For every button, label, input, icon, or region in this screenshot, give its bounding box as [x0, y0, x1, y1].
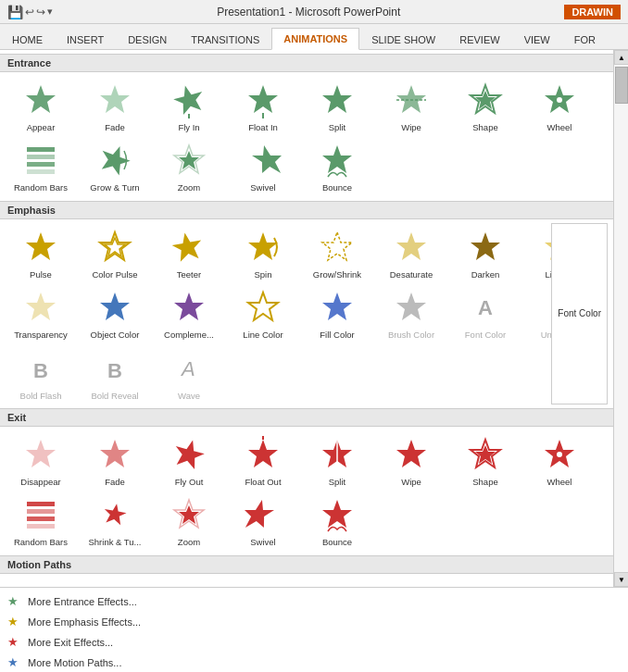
tab-design[interactable]: DESIGN: [116, 29, 179, 50]
boldreveal-icon: B: [94, 348, 135, 389]
svg-rect-57: [27, 509, 55, 514]
anim-disappear[interactable]: Disappear: [4, 430, 78, 491]
tab-view[interactable]: VIEW: [512, 29, 562, 50]
anim-turns[interactable]: Turns: [152, 578, 226, 587]
anim-zoom-entrance[interactable]: Zoom: [152, 136, 226, 196]
anim-bounce-entrance[interactable]: Bounce: [300, 136, 374, 196]
svg-text:B: B: [107, 359, 122, 382]
anim-pulse[interactable]: Pulse: [4, 223, 78, 283]
anim-boldreveal[interactable]: B Bold Reveal: [78, 344, 152, 404]
scroll-up-button[interactable]: ▲: [614, 50, 628, 65]
anim-growturn[interactable]: Grow & Turn: [78, 136, 152, 196]
scroll-down-button[interactable]: ▼: [614, 572, 628, 587]
anim-split-entrance[interactable]: Split: [300, 76, 374, 136]
fillcolor-icon: [317, 287, 358, 328]
more-motion-paths-link[interactable]: ★ More Motion Paths...: [0, 653, 628, 672]
tab-transitions[interactable]: TRANSITIONS: [179, 29, 271, 50]
anim-bounce-exit[interactable]: Bounce: [300, 491, 374, 551]
anim-floatout[interactable]: Float Out: [226, 430, 300, 491]
svg-marker-32: [26, 292, 56, 320]
tab-for[interactable]: FOR: [562, 29, 608, 50]
svg-marker-4: [248, 85, 278, 113]
svg-marker-35: [248, 292, 278, 320]
anim-zoom-exit[interactable]: Zoom: [152, 491, 226, 551]
svg-marker-8: [396, 85, 426, 113]
anim-desaturate[interactable]: Desaturate: [374, 223, 448, 283]
anim-split-exit[interactable]: Split: [300, 430, 374, 491]
more-emphasis-effects-link[interactable]: ★ More Emphasis Effects...: [0, 612, 628, 632]
svg-marker-22: [322, 145, 352, 173]
anim-shapes-motion[interactable]: Shapes: [226, 578, 300, 587]
anim-randombars-exit[interactable]: Random Bars: [4, 491, 78, 551]
anim-swivel-exit[interactable]: Swivel: [226, 491, 300, 551]
shrinkturn-label: Shrink & Tu...: [88, 537, 141, 547]
anim-fillcolor[interactable]: Fill Color: [300, 283, 374, 343]
anim-fade[interactable]: Fade: [78, 76, 152, 136]
anim-appear[interactable]: Appear: [4, 76, 78, 136]
entrance-star-icon: ★: [7, 594, 22, 609]
split-exit-icon: [317, 434, 358, 475]
anim-wheel-exit[interactable]: Wheel: [522, 430, 597, 491]
anim-randombars-entrance[interactable]: Random Bars: [4, 136, 78, 196]
floatout-label: Float Out: [245, 477, 281, 487]
anim-linecolor[interactable]: Line Color: [226, 283, 300, 343]
title-bar: 💾 ↩ ↪ ▾ Presentation1 - Microsoft PowerP…: [0, 0, 628, 24]
anim-fontcolor[interactable]: A Font Color: [448, 283, 522, 343]
redo-icon[interactable]: ↪: [36, 6, 45, 19]
motion-star-icon: ★: [7, 655, 22, 670]
anim-arcs[interactable]: Arcs: [78, 578, 152, 587]
tab-insert[interactable]: INSERT: [55, 29, 116, 50]
anim-custompath[interactable]: Custom Path: [374, 578, 448, 587]
colorpulse-label: Color Pulse: [92, 269, 137, 280]
tab-animations[interactable]: ANIMATIONS: [271, 28, 359, 50]
font-color-button[interactable]: Font Color: [551, 223, 608, 404]
spin-icon: [243, 227, 283, 268]
anim-lines[interactable]: Lines: [4, 578, 78, 587]
anim-flyin[interactable]: Fly In: [152, 76, 226, 136]
anim-shape-exit[interactable]: Shape: [448, 430, 522, 491]
anim-shrinkturn[interactable]: Shrink & Tu...: [78, 491, 152, 551]
anim-wipe-exit[interactable]: Wipe: [374, 430, 448, 491]
scroll-thumb[interactable]: [615, 67, 628, 104]
anim-growshrink[interactable]: Grow/Shrink: [300, 223, 374, 283]
anim-spin[interactable]: Spin: [226, 223, 300, 283]
anim-darken[interactable]: Darken: [448, 223, 522, 283]
save-icon[interactable]: 💾: [7, 5, 23, 19]
anim-boldflash[interactable]: B Bold Flash: [4, 344, 78, 404]
anim-fade-exit[interactable]: Fade: [78, 430, 152, 491]
undo-icon[interactable]: ↩: [25, 6, 34, 19]
svg-rect-15: [27, 155, 55, 159]
quick-access-toolbar[interactable]: 💾 ↩ ↪ ▾: [7, 5, 53, 19]
more-entrance-effects-link[interactable]: ★ More Entrance Effects...: [0, 591, 628, 612]
growturn-label: Grow & Turn: [90, 182, 139, 193]
anim-loops[interactable]: Loops: [300, 578, 374, 587]
anim-teeter[interactable]: Teeter: [152, 223, 226, 283]
drawing-tab[interactable]: DRAWIN: [564, 5, 621, 19]
wheel-entrance-label: Wheel: [547, 122, 572, 132]
more-exit-effects-link[interactable]: ★ More Exit Effects...: [0, 632, 628, 653]
anim-floatin[interactable]: Float In: [226, 76, 300, 136]
anim-transparency[interactable]: Transparency: [4, 283, 78, 343]
anim-flyout[interactable]: Fly Out: [152, 430, 226, 491]
shape-entrance-icon: [465, 80, 506, 120]
tab-slideshow[interactable]: SLIDE SHOW: [359, 29, 447, 50]
scrollbar[interactable]: ▲ ▼: [613, 50, 628, 587]
anim-colorpulse[interactable]: Color Pulse: [78, 223, 152, 283]
anim-objectcolor[interactable]: Object Color: [78, 283, 152, 343]
footer-links: ★ More Entrance Effects... ★ More Emphas…: [0, 587, 628, 672]
tab-review[interactable]: REVIEW: [447, 29, 511, 50]
anim-wipe-entrance[interactable]: Wipe: [374, 76, 448, 136]
svg-point-13: [557, 97, 562, 103]
tab-home[interactable]: HOME: [0, 29, 55, 50]
teeter-label: Teeter: [177, 269, 201, 280]
svg-rect-14: [27, 147, 55, 152]
anim-wave[interactable]: A Wave: [152, 344, 226, 404]
anim-swivel-entrance[interactable]: Swivel: [226, 136, 300, 196]
anim-complementary[interactable]: Compleme...: [152, 283, 226, 343]
anim-wheel-entrance[interactable]: Wheel: [522, 76, 597, 136]
svg-rect-56: [27, 502, 55, 506]
swivel-entrance-icon: [243, 140, 283, 180]
anim-brushcolor[interactable]: Brush Color: [374, 283, 448, 343]
anim-shape-entrance[interactable]: Shape: [448, 76, 522, 136]
customize-icon[interactable]: ▾: [47, 6, 53, 18]
